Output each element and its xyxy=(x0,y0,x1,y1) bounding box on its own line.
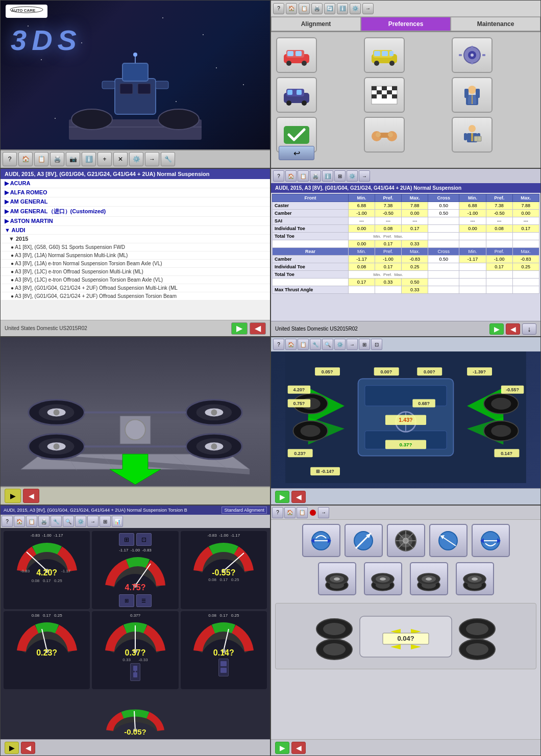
tbl-fwd[interactable]: → xyxy=(359,170,370,182)
tab-alignment[interactable]: Alignment xyxy=(271,17,361,31)
tab-preferences[interactable]: Preferences xyxy=(361,17,451,31)
live-extra[interactable]: ⊞ xyxy=(359,339,370,350)
live-gear[interactable]: ⚙️ xyxy=(334,339,346,350)
live-clip[interactable]: 📋 xyxy=(298,339,309,350)
tbl-info[interactable]: ℹ️ xyxy=(322,170,333,182)
live-help[interactable]: ? xyxy=(273,339,284,350)
pref-refresh-btn[interactable]: 🔄 xyxy=(324,3,335,14)
gauges-next-btn[interactable]: ▶ xyxy=(5,742,19,754)
pref-car-yellow-btn[interactable] xyxy=(364,37,405,73)
pref-car-red-btn[interactable] xyxy=(276,37,317,73)
vehicle-list-items[interactable]: ▶ ACURA ▶ ALFA ROMEO ▶ AM GENERAL ▶ AM G… xyxy=(1,179,270,300)
gauge-center-icon1[interactable]: ⊞ xyxy=(119,533,134,546)
help-btn[interactable]: ? xyxy=(3,152,17,166)
g-gear[interactable]: ⚙️ xyxy=(75,516,86,527)
print-btn[interactable]: 🖨️ xyxy=(50,152,64,166)
table-back-btn[interactable]: ◀ xyxy=(506,323,520,335)
pref-help-btn[interactable]: ? xyxy=(273,3,284,14)
tbl-help[interactable]: ? xyxy=(273,170,284,182)
pref-handshake-btn[interactable] xyxy=(364,117,405,153)
wi-icon-tire1[interactable] xyxy=(318,562,356,595)
pref-home-btn[interactable]: 🏠 xyxy=(286,3,297,14)
wi-fwd[interactable]: → xyxy=(318,507,329,518)
wi-clip[interactable]: 📋 xyxy=(297,507,308,518)
tbl-clip[interactable]: 📋 xyxy=(298,170,309,182)
list-item-audi[interactable]: ▼ AUDI xyxy=(1,226,270,235)
pref-info-btn[interactable]: ℹ️ xyxy=(337,3,348,14)
wi-icon-tire2[interactable] xyxy=(364,562,402,595)
g-fwd[interactable]: → xyxy=(87,516,99,527)
pref-clip-btn[interactable]: 📋 xyxy=(299,3,310,14)
g-extra1[interactable]: ⊞ xyxy=(100,516,111,527)
g-wrench[interactable]: 🔧 xyxy=(51,516,62,527)
settings-btn[interactable]: ⚙️ xyxy=(129,152,143,166)
g-home[interactable]: 🏠 xyxy=(14,516,25,527)
live-extra2[interactable]: ⊡ xyxy=(371,339,382,350)
wi-icon-toe-arrows[interactable] xyxy=(429,524,468,557)
g-zoom[interactable]: 🔍 xyxy=(63,516,74,527)
live-zoom[interactable]: 🔍 xyxy=(322,339,333,350)
g-help[interactable]: ? xyxy=(2,516,13,527)
live-wrench[interactable]: 🔧 xyxy=(310,339,321,350)
wi-icon-wheel-center[interactable] xyxy=(387,524,425,557)
clipboard-btn[interactable]: 📋 xyxy=(34,152,48,166)
list-item-a1[interactable]: ● A1 [8X], (G58, G60) S1 Sports Suspensi… xyxy=(1,243,270,251)
g-print[interactable]: 🖨️ xyxy=(38,516,50,527)
list-item-a3-1ja-vl[interactable]: ● A3 [8V], (1JA) e-tron Normal Suspensio… xyxy=(1,260,270,268)
list-item-a3-1jc-ml[interactable]: ● A3 [8V], (1JC) e-tron Offroad Suspensi… xyxy=(1,268,270,276)
pref-print-btn[interactable]: 🖨️ xyxy=(311,3,323,14)
next-btn[interactable]: ▶ xyxy=(231,322,248,335)
list-item-a3-g01-offroad-beam[interactable]: ● A3 [8V], (G01/G04, G21/G24 + 2UF) Offr… xyxy=(1,292,270,300)
add-btn[interactable]: + xyxy=(97,152,112,166)
g-clip[interactable]: 📋 xyxy=(26,516,37,527)
wrench-btn[interactable]: 🔧 xyxy=(161,152,175,166)
pref-checkered-btn[interactable] xyxy=(364,77,405,113)
camera-btn[interactable]: 📷 xyxy=(66,152,80,166)
table-next-btn[interactable]: ▶ xyxy=(489,323,504,335)
gauges-back-btn[interactable]: ◀ xyxy=(21,742,35,754)
list-item-alfa[interactable]: ▶ ALFA ROMEO xyxy=(1,188,270,197)
wi-icon-tire3[interactable] xyxy=(410,562,448,595)
tbl-gear[interactable]: ⚙️ xyxy=(347,170,358,182)
forward-btn[interactable]: → xyxy=(145,152,159,166)
list-item-a3-1jc-vl[interactable]: ● A3 [8V], (1JC) e-tron Offroad Suspensi… xyxy=(1,276,270,284)
wi-icon-camber-left[interactable] xyxy=(302,524,340,557)
g-extra2[interactable]: 📊 xyxy=(112,516,123,527)
live-back-btn[interactable]: ◀ xyxy=(291,491,306,503)
tbl-grid[interactable]: ⊞ xyxy=(334,170,346,182)
live-home[interactable]: 🏠 xyxy=(285,339,297,350)
live-fwd[interactable]: → xyxy=(347,339,358,350)
list-item-am-general[interactable]: ▶ AM GENERAL xyxy=(1,197,270,207)
close-btn[interactable]: ✕ xyxy=(113,152,128,166)
wi-back-btn[interactable]: ◀ xyxy=(291,742,306,754)
table-down-btn[interactable]: ↓ xyxy=(522,323,536,335)
list-item-2015[interactable]: ▼ 2015 xyxy=(1,235,270,243)
wi-home[interactable]: 🏠 xyxy=(284,507,296,518)
pref-gear-circle-btn[interactable] xyxy=(452,37,493,73)
wheel-anim-next-btn[interactable]: ▶ xyxy=(5,489,21,503)
gauge-center-icon3[interactable]: ⊞ xyxy=(119,594,134,607)
live-next-btn[interactable]: ▶ xyxy=(275,491,289,503)
pref-back-btn[interactable]: ↩ xyxy=(279,146,314,160)
wi-icon-tire4[interactable] xyxy=(456,562,494,595)
pref-fwd-btn[interactable]: → xyxy=(362,3,374,14)
pref-gear-btn[interactable]: ⚙️ xyxy=(350,3,361,14)
gauge-center-icon2[interactable]: ⊡ xyxy=(136,533,152,546)
pref-businessman-btn[interactable] xyxy=(452,117,493,153)
wheel-anim-back-btn[interactable]: ◀ xyxy=(23,489,39,503)
list-item-am-general-import[interactable]: ▶ AM GENERAL（进口）(Customized) xyxy=(1,207,270,217)
wi-next-btn[interactable]: ▶ xyxy=(275,742,289,754)
tbl-home[interactable]: 🏠 xyxy=(285,170,297,182)
pref-person-suit-btn[interactable] xyxy=(452,77,493,113)
list-item-acura[interactable]: ▶ ACURA xyxy=(1,179,270,188)
list-item-aston[interactable]: ▶ ASTON MARTIN xyxy=(1,217,270,226)
back-btn[interactable]: ◀ xyxy=(250,322,266,335)
list-item-a3-1ja-ml[interactable]: ● A3 [8V], (1JA) Normal Suspension Multi… xyxy=(1,251,270,260)
pref-car-blue-btn[interactable] xyxy=(276,77,317,113)
wi-icon-arrow-diag[interactable] xyxy=(345,524,383,557)
wi-help[interactable]: ? xyxy=(272,507,283,518)
wi-icon-camber-right[interactable] xyxy=(472,524,510,557)
info-btn[interactable]: ℹ️ xyxy=(82,152,96,166)
gauge-center-icon4[interactable]: ☰ xyxy=(136,594,152,607)
tbl-print[interactable]: 🖨️ xyxy=(310,170,321,182)
